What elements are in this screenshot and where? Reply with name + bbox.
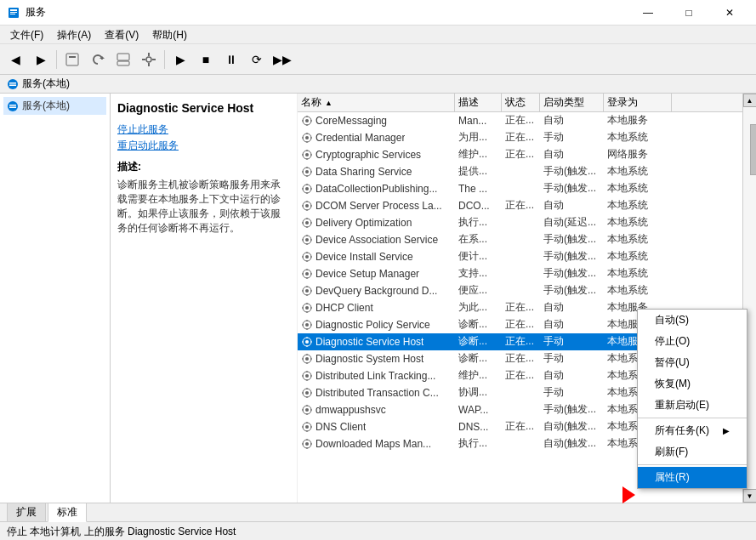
svg-rect-65 bbox=[307, 243, 308, 245]
svg-rect-28 bbox=[307, 133, 308, 134]
col-header-name[interactable]: 名称 ▲ bbox=[298, 94, 455, 111]
service-row[interactable]: DevQuery Background D...便应...手动(触发...本地系… bbox=[298, 282, 742, 299]
menu-file[interactable]: 文件(F) bbox=[3, 26, 50, 44]
context-menu-item[interactable]: 所有任务(K)▶ bbox=[638, 420, 747, 441]
context-menu-item[interactable]: 重新启动(E) bbox=[638, 395, 747, 416]
svg-rect-25 bbox=[310, 120, 312, 121]
svg-rect-67 bbox=[310, 239, 312, 240]
service-gear-icon bbox=[301, 268, 313, 280]
service-gear-icon bbox=[301, 319, 313, 331]
svg-rect-41 bbox=[307, 175, 308, 177]
menu-help[interactable]: 帮助(H) bbox=[145, 26, 194, 44]
svg-rect-64 bbox=[307, 235, 308, 236]
col-header-login[interactable]: 登录为 bbox=[604, 94, 672, 111]
svg-rect-120 bbox=[302, 392, 304, 393]
resume-btn[interactable]: ▶▶ bbox=[270, 48, 294, 71]
service-row[interactable]: DCOM Server Process La...DCO...正在...自动本地… bbox=[298, 197, 742, 214]
maximize-btn[interactable]: □ bbox=[669, 0, 708, 26]
svg-rect-55 bbox=[310, 205, 312, 206]
restart-btn[interactable]: ⟳ bbox=[245, 48, 269, 71]
refresh-btn[interactable] bbox=[86, 48, 110, 71]
back-btn[interactable]: ◀ bbox=[3, 48, 27, 71]
svg-point-123 bbox=[305, 408, 309, 412]
service-gear-icon bbox=[301, 217, 313, 229]
svg-rect-107 bbox=[307, 362, 308, 364]
svg-rect-88 bbox=[307, 303, 308, 304]
context-menu-item[interactable]: 刷新(F) bbox=[638, 441, 747, 463]
service-row[interactable]: Device Association Service在系...手动(触发...本… bbox=[298, 231, 742, 248]
forward-btn[interactable]: ▶ bbox=[29, 48, 53, 71]
svg-rect-136 bbox=[307, 439, 308, 441]
svg-rect-72 bbox=[302, 256, 304, 257]
svg-rect-11 bbox=[148, 63, 150, 66]
svg-rect-83 bbox=[307, 294, 308, 296]
svg-rect-106 bbox=[307, 354, 308, 355]
svg-rect-30 bbox=[302, 137, 304, 138]
service-gear-icon bbox=[301, 234, 313, 246]
close-btn[interactable]: ✕ bbox=[710, 0, 749, 26]
svg-rect-13 bbox=[152, 59, 156, 60]
scroll-up-btn[interactable]: ▲ bbox=[743, 94, 757, 107]
svg-point-57 bbox=[305, 221, 309, 225]
service-gear-icon bbox=[301, 336, 313, 348]
col-header-startup[interactable]: 启动类型 bbox=[540, 94, 604, 111]
service-row[interactable]: CoreMessagingMan...正在...自动本地服务 bbox=[298, 112, 742, 129]
service-gear-icon bbox=[301, 132, 313, 144]
nav-label: 服务(本地) bbox=[22, 99, 70, 113]
start-btn[interactable]: ▶ bbox=[168, 48, 192, 71]
stop-btn[interactable]: ■ bbox=[194, 48, 218, 71]
svg-rect-60 bbox=[302, 222, 304, 223]
col-header-desc[interactable]: 描述 bbox=[455, 94, 502, 111]
svg-rect-52 bbox=[307, 201, 308, 202]
svg-rect-130 bbox=[307, 422, 308, 423]
service-gear-icon bbox=[301, 370, 313, 382]
svg-rect-22 bbox=[307, 116, 308, 117]
svg-rect-70 bbox=[307, 252, 308, 253]
svg-point-27 bbox=[305, 136, 309, 139]
properties-btn[interactable] bbox=[137, 48, 161, 71]
toolbar: ◀ ▶ ▶ ■ ⏸ ⟳ ▶▶ bbox=[0, 44, 756, 75]
context-menu-item[interactable]: 属性(R) bbox=[638, 467, 747, 488]
scroll-thumb[interactable] bbox=[750, 124, 757, 175]
service-row[interactable]: Delivery Optimization执行...自动(延迟...本地系统 bbox=[298, 214, 742, 231]
context-menu-item[interactable]: 暂停(U) bbox=[638, 352, 747, 373]
svg-rect-85 bbox=[310, 290, 312, 291]
context-menu-item[interactable]: 停止(O) bbox=[638, 331, 747, 352]
svg-point-69 bbox=[305, 255, 309, 259]
svg-rect-73 bbox=[310, 256, 312, 257]
svg-point-111 bbox=[305, 374, 309, 378]
export-btn[interactable] bbox=[111, 48, 135, 71]
menu-action[interactable]: 操作(A) bbox=[50, 26, 98, 44]
svg-point-63 bbox=[305, 238, 309, 242]
nav-item-local[interactable]: 服务(本地) bbox=[3, 97, 106, 115]
stop-service-link[interactable]: 停止此服务 bbox=[117, 122, 290, 137]
context-menu-item[interactable]: 自动(S) bbox=[638, 310, 747, 331]
svg-rect-24 bbox=[302, 120, 304, 121]
desc-label: 描述: bbox=[117, 160, 290, 174]
context-menu-item[interactable]: 恢复(M) bbox=[638, 373, 747, 395]
svg-rect-8 bbox=[117, 54, 129, 60]
svg-rect-133 bbox=[310, 426, 312, 427]
service-row[interactable]: Device Setup Manager支持...手动(触发...本地系统 bbox=[298, 265, 742, 282]
svg-rect-118 bbox=[307, 388, 308, 389]
tab-bar: 扩展 标准 bbox=[0, 503, 756, 521]
svg-rect-42 bbox=[302, 171, 304, 172]
service-row[interactable]: Cryptographic Services维护...正在...自动网络服务 bbox=[298, 146, 742, 163]
menu-view[interactable]: 查看(V) bbox=[98, 26, 145, 44]
tab-standard[interactable]: 标准 bbox=[48, 503, 87, 522]
service-row[interactable]: Data Sharing Service提供...手动(触发...本地系统 bbox=[298, 163, 742, 180]
minimize-btn[interactable]: — bbox=[628, 0, 668, 26]
restart-service-link[interactable]: 重启动此服务 bbox=[117, 139, 290, 153]
col-header-status[interactable]: 状态 bbox=[502, 94, 540, 111]
svg-point-39 bbox=[305, 170, 309, 173]
show-hide-btn[interactable] bbox=[60, 48, 84, 71]
svg-rect-76 bbox=[307, 269, 308, 270]
service-row[interactable]: DataCollectionPublishing...The ...手动(触发.… bbox=[298, 180, 742, 197]
pause-btn[interactable]: ⏸ bbox=[219, 48, 243, 71]
svg-point-105 bbox=[305, 357, 309, 361]
breadcrumb-text: 服务(本地) bbox=[22, 77, 70, 91]
tab-extended[interactable]: 扩展 bbox=[7, 503, 46, 522]
scroll-down-btn[interactable]: ▼ bbox=[743, 489, 757, 503]
service-row[interactable]: Device Install Service便计...手动(触发...本地系统 bbox=[298, 248, 742, 265]
service-row[interactable]: Credential Manager为用...正在...手动本地系统 bbox=[298, 129, 742, 146]
